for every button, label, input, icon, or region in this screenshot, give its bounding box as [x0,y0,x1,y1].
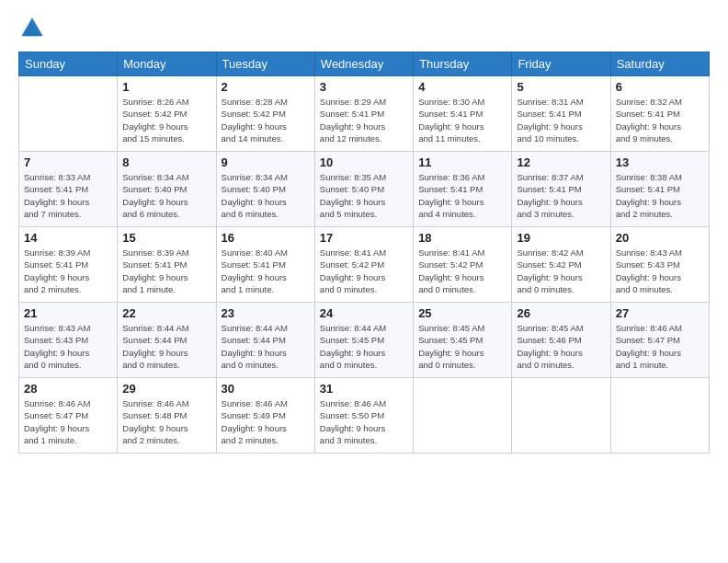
day-number: 21 [24,306,112,320]
day-info: Sunrise: 8:33 AMSunset: 5:41 PMDaylight:… [24,171,112,220]
day-info: Sunrise: 8:46 AMSunset: 5:47 PMDaylight:… [616,322,704,371]
day-number: 16 [222,231,310,245]
day-cell: 22Sunrise: 8:44 AMSunset: 5:44 PMDayligh… [118,303,216,378]
day-info: Sunrise: 8:34 AMSunset: 5:40 PMDaylight:… [222,171,310,220]
day-cell: 25Sunrise: 8:45 AMSunset: 5:45 PMDayligh… [414,303,512,378]
day-cell [512,378,610,454]
day-info: Sunrise: 8:46 AMSunset: 5:50 PMDaylight:… [320,397,408,446]
header [18,15,710,42]
day-number: 25 [418,306,506,320]
day-number: 10 [320,155,408,169]
day-number: 23 [222,306,310,320]
day-info: Sunrise: 8:31 AMSunset: 5:41 PMDaylight:… [517,96,605,144]
day-number: 6 [616,80,704,94]
day-cell: 5Sunrise: 8:31 AMSunset: 5:41 PMDaylight… [512,76,610,152]
day-info: Sunrise: 8:37 AMSunset: 5:41 PMDaylight:… [517,171,605,220]
day-cell: 17Sunrise: 8:41 AMSunset: 5:42 PMDayligh… [314,227,413,303]
weekday-header-row: SundayMondayTuesdayWednesdayThursdayFrid… [19,52,710,76]
day-number: 15 [122,231,210,245]
day-cell [19,76,118,152]
day-info: Sunrise: 8:34 AMSunset: 5:40 PMDaylight:… [122,171,210,220]
weekday-header-thursday: Thursday [414,52,512,76]
week-row-0: 1Sunrise: 8:26 AMSunset: 5:42 PMDaylight… [19,76,710,152]
weekday-header-friday: Friday [512,52,610,76]
logo [18,15,50,42]
day-number: 9 [222,155,310,169]
day-cell: 3Sunrise: 8:29 AMSunset: 5:41 PMDaylight… [314,76,413,152]
day-number: 22 [122,306,210,320]
day-info: Sunrise: 8:42 AMSunset: 5:42 PMDaylight:… [517,247,605,295]
day-cell: 24Sunrise: 8:44 AMSunset: 5:45 PMDayligh… [314,303,413,378]
day-number: 24 [320,306,408,320]
calendar: SundayMondayTuesdayWednesdayThursdayFrid… [18,52,710,454]
page: SundayMondayTuesdayWednesdayThursdayFrid… [0,0,728,563]
week-row-2: 14Sunrise: 8:39 AMSunset: 5:41 PMDayligh… [19,227,710,303]
day-number: 29 [122,382,210,396]
day-cell: 26Sunrise: 8:45 AMSunset: 5:46 PMDayligh… [512,303,610,378]
day-cell: 7Sunrise: 8:33 AMSunset: 5:41 PMDaylight… [19,152,118,227]
day-number: 19 [517,231,605,245]
day-cell: 23Sunrise: 8:44 AMSunset: 5:44 PMDayligh… [216,303,314,378]
day-info: Sunrise: 8:44 AMSunset: 5:44 PMDaylight:… [222,322,310,371]
day-info: Sunrise: 8:45 AMSunset: 5:46 PMDaylight:… [517,322,605,371]
day-cell: 19Sunrise: 8:42 AMSunset: 5:42 PMDayligh… [512,227,610,303]
day-cell: 14Sunrise: 8:39 AMSunset: 5:41 PMDayligh… [19,227,118,303]
day-cell [414,378,512,454]
day-info: Sunrise: 8:38 AMSunset: 5:41 PMDaylight:… [616,171,704,220]
day-number: 17 [320,231,408,245]
day-cell: 2Sunrise: 8:28 AMSunset: 5:42 PMDaylight… [216,76,314,152]
week-row-4: 28Sunrise: 8:46 AMSunset: 5:47 PMDayligh… [19,378,710,454]
day-info: Sunrise: 8:35 AMSunset: 5:40 PMDaylight:… [320,171,408,220]
day-number: 5 [517,80,605,94]
day-info: Sunrise: 8:44 AMSunset: 5:45 PMDaylight:… [320,322,408,371]
weekday-header-saturday: Saturday [610,52,709,76]
day-number: 14 [24,231,112,245]
day-number: 7 [24,155,112,169]
day-info: Sunrise: 8:36 AMSunset: 5:41 PMDaylight:… [418,171,506,220]
day-cell: 27Sunrise: 8:46 AMSunset: 5:47 PMDayligh… [610,303,709,378]
day-number: 11 [418,155,506,169]
day-number: 27 [616,306,704,320]
day-number: 26 [517,306,605,320]
day-cell: 6Sunrise: 8:32 AMSunset: 5:41 PMDaylight… [610,76,709,152]
day-info: Sunrise: 8:30 AMSunset: 5:41 PMDaylight:… [418,96,506,144]
week-row-1: 7Sunrise: 8:33 AMSunset: 5:41 PMDaylight… [19,152,710,227]
day-cell: 12Sunrise: 8:37 AMSunset: 5:41 PMDayligh… [512,152,610,227]
weekday-header-tuesday: Tuesday [216,52,314,76]
day-number: 28 [24,382,112,396]
day-info: Sunrise: 8:44 AMSunset: 5:44 PMDaylight:… [122,322,210,371]
day-number: 18 [418,231,506,245]
day-cell: 1Sunrise: 8:26 AMSunset: 5:42 PMDaylight… [118,76,216,152]
day-cell: 16Sunrise: 8:40 AMSunset: 5:41 PMDayligh… [216,227,314,303]
day-cell: 9Sunrise: 8:34 AMSunset: 5:40 PMDaylight… [216,152,314,227]
weekday-header-sunday: Sunday [19,52,118,76]
day-cell: 8Sunrise: 8:34 AMSunset: 5:40 PMDaylight… [118,152,216,227]
day-number: 2 [222,80,310,94]
day-info: Sunrise: 8:45 AMSunset: 5:45 PMDaylight:… [418,322,506,371]
day-number: 1 [122,80,210,94]
day-number: 20 [616,231,704,245]
day-cell: 18Sunrise: 8:41 AMSunset: 5:42 PMDayligh… [414,227,512,303]
day-cell: 28Sunrise: 8:46 AMSunset: 5:47 PMDayligh… [19,378,118,454]
day-cell: 10Sunrise: 8:35 AMSunset: 5:40 PMDayligh… [314,152,413,227]
day-info: Sunrise: 8:41 AMSunset: 5:42 PMDaylight:… [320,247,408,295]
day-cell: 11Sunrise: 8:36 AMSunset: 5:41 PMDayligh… [414,152,512,227]
day-info: Sunrise: 8:39 AMSunset: 5:41 PMDaylight:… [122,247,210,295]
day-cell: 30Sunrise: 8:46 AMSunset: 5:49 PMDayligh… [216,378,314,454]
day-info: Sunrise: 8:40 AMSunset: 5:41 PMDaylight:… [222,247,310,295]
day-info: Sunrise: 8:43 AMSunset: 5:43 PMDaylight:… [616,247,704,295]
day-info: Sunrise: 8:32 AMSunset: 5:41 PMDaylight:… [616,96,704,144]
day-info: Sunrise: 8:41 AMSunset: 5:42 PMDaylight:… [418,247,506,295]
day-cell: 4Sunrise: 8:30 AMSunset: 5:41 PMDaylight… [414,76,512,152]
day-info: Sunrise: 8:28 AMSunset: 5:42 PMDaylight:… [222,96,310,144]
day-info: Sunrise: 8:43 AMSunset: 5:43 PMDaylight:… [24,322,112,371]
weekday-header-monday: Monday [118,52,216,76]
week-row-3: 21Sunrise: 8:43 AMSunset: 5:43 PMDayligh… [19,303,710,378]
logo-icon [18,15,46,42]
day-number: 12 [517,155,605,169]
day-cell: 15Sunrise: 8:39 AMSunset: 5:41 PMDayligh… [118,227,216,303]
day-info: Sunrise: 8:29 AMSunset: 5:41 PMDaylight:… [320,96,408,144]
day-number: 30 [222,382,310,396]
day-number: 13 [616,155,704,169]
day-number: 4 [418,80,506,94]
